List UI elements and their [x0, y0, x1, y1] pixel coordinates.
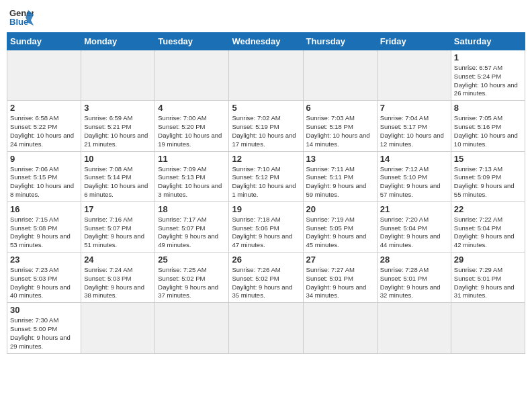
day-info: Sunrise: 7:26 AM Sunset: 5:02 PM Dayligh… [232, 266, 300, 300]
calendar-cell [303, 303, 377, 353]
calendar-cell: 10Sunrise: 7:08 AM Sunset: 5:14 PM Dayli… [81, 151, 155, 201]
calendar-cell: 5Sunrise: 7:02 AM Sunset: 5:19 PM Daylig… [229, 101, 303, 151]
day-info: Sunrise: 7:23 AM Sunset: 5:03 PM Dayligh… [10, 266, 78, 300]
day-info: Sunrise: 7:22 AM Sunset: 5:04 PM Dayligh… [454, 216, 522, 250]
calendar-cell: 2Sunrise: 6:58 AM Sunset: 5:22 PM Daylig… [7, 101, 81, 151]
day-number: 1 [454, 52, 522, 62]
week-row-4: 16Sunrise: 7:15 AM Sunset: 5:08 PM Dayli… [7, 201, 525, 252]
day-info: Sunrise: 7:13 AM Sunset: 5:09 PM Dayligh… [454, 165, 522, 199]
day-info: Sunrise: 6:57 AM Sunset: 5:24 PM Dayligh… [454, 64, 522, 98]
calendar-cell: 28Sunrise: 7:28 AM Sunset: 5:01 PM Dayli… [377, 253, 451, 303]
calendar-cell [229, 303, 303, 353]
day-info: Sunrise: 7:19 AM Sunset: 5:05 PM Dayligh… [306, 216, 374, 250]
day-info: Sunrise: 7:16 AM Sunset: 5:07 PM Dayligh… [84, 216, 152, 250]
day-number: 28 [380, 255, 448, 265]
calendar-cell [81, 303, 155, 353]
day-number: 25 [158, 255, 226, 265]
calendar-cell: 17Sunrise: 7:16 AM Sunset: 5:07 PM Dayli… [81, 201, 155, 252]
day-info: Sunrise: 7:09 AM Sunset: 5:13 PM Dayligh… [158, 165, 226, 199]
calendar-cell: 9Sunrise: 7:06 AM Sunset: 5:15 PM Daylig… [7, 151, 81, 201]
calendar-cell: 19Sunrise: 7:18 AM Sunset: 5:06 PM Dayli… [229, 201, 303, 252]
day-header-thursday: Thursday [303, 33, 377, 50]
calendar-cell [7, 50, 81, 101]
day-info: Sunrise: 7:12 AM Sunset: 5:10 PM Dayligh… [380, 165, 448, 199]
day-header-saturday: Saturday [451, 33, 525, 50]
day-number: 11 [158, 154, 226, 164]
day-info: Sunrise: 7:30 AM Sunset: 5:00 PM Dayligh… [10, 316, 78, 351]
calendar-cell: 18Sunrise: 7:17 AM Sunset: 5:07 PM Dayli… [155, 201, 229, 252]
calendar-cell [81, 50, 155, 101]
week-row-1: 1Sunrise: 6:57 AM Sunset: 5:24 PM Daylig… [7, 50, 525, 101]
day-info: Sunrise: 7:18 AM Sunset: 5:06 PM Dayligh… [232, 216, 300, 250]
day-header-sunday: Sunday [7, 33, 81, 50]
day-info: Sunrise: 7:29 AM Sunset: 5:01 PM Dayligh… [454, 266, 522, 300]
week-row-6: 30Sunrise: 7:30 AM Sunset: 5:00 PM Dayli… [7, 303, 525, 353]
day-info: Sunrise: 7:10 AM Sunset: 5:12 PM Dayligh… [232, 165, 300, 199]
calendar-cell: 15Sunrise: 7:13 AM Sunset: 5:09 PM Dayli… [451, 151, 525, 201]
calendar-cell [377, 303, 451, 353]
day-number: 27 [306, 255, 374, 265]
calendar-cell: 13Sunrise: 7:11 AM Sunset: 5:11 PM Dayli… [303, 151, 377, 201]
day-number: 20 [306, 204, 374, 214]
calendar-cell: 12Sunrise: 7:10 AM Sunset: 5:12 PM Dayli… [229, 151, 303, 201]
calendar-cell: 20Sunrise: 7:19 AM Sunset: 5:05 PM Dayli… [303, 201, 377, 252]
day-number: 22 [454, 204, 522, 214]
day-header-wednesday: Wednesday [229, 33, 303, 50]
day-info: Sunrise: 7:11 AM Sunset: 5:11 PM Dayligh… [306, 165, 374, 199]
calendar-cell: 8Sunrise: 7:05 AM Sunset: 5:16 PM Daylig… [451, 101, 525, 151]
logo-icon: General Blue [9, 7, 34, 27]
calendar-cell: 22Sunrise: 7:22 AM Sunset: 5:04 PM Dayli… [451, 201, 525, 252]
header: General Blue [7, 7, 525, 27]
day-number: 23 [10, 255, 78, 265]
day-info: Sunrise: 7:00 AM Sunset: 5:20 PM Dayligh… [158, 114, 226, 148]
day-info: Sunrise: 7:28 AM Sunset: 5:01 PM Dayligh… [380, 266, 448, 300]
svg-text:Blue: Blue [9, 17, 28, 27]
calendar-cell [155, 303, 229, 353]
day-info: Sunrise: 7:08 AM Sunset: 5:14 PM Dayligh… [84, 165, 152, 199]
day-number: 8 [454, 103, 522, 113]
calendar-cell [451, 303, 525, 353]
day-number: 29 [454, 255, 522, 265]
week-row-5: 23Sunrise: 7:23 AM Sunset: 5:03 PM Dayli… [7, 253, 525, 303]
calendar-cell: 29Sunrise: 7:29 AM Sunset: 5:01 PM Dayli… [451, 253, 525, 303]
day-number: 6 [306, 103, 374, 113]
day-number: 2 [10, 103, 78, 113]
day-info: Sunrise: 7:06 AM Sunset: 5:15 PM Dayligh… [10, 165, 78, 199]
day-info: Sunrise: 7:25 AM Sunset: 5:02 PM Dayligh… [158, 266, 226, 300]
logo: General Blue [9, 7, 34, 27]
calendar-cell: 27Sunrise: 7:27 AM Sunset: 5:01 PM Dayli… [303, 253, 377, 303]
day-number: 26 [232, 255, 300, 265]
calendar-cell: 26Sunrise: 7:26 AM Sunset: 5:02 PM Dayli… [229, 253, 303, 303]
day-header-tuesday: Tuesday [155, 33, 229, 50]
calendar-cell: 1Sunrise: 6:57 AM Sunset: 5:24 PM Daylig… [451, 50, 525, 101]
day-number: 10 [84, 154, 152, 164]
day-number: 30 [10, 305, 78, 315]
day-number: 16 [10, 204, 78, 214]
day-info: Sunrise: 6:58 AM Sunset: 5:22 PM Dayligh… [10, 114, 78, 148]
day-number: 21 [380, 204, 448, 214]
calendar-table: SundayMondayTuesdayWednesdayThursdayFrid… [7, 32, 525, 354]
day-info: Sunrise: 7:27 AM Sunset: 5:01 PM Dayligh… [306, 266, 374, 300]
day-number: 17 [84, 204, 152, 214]
day-info: Sunrise: 7:24 AM Sunset: 5:03 PM Dayligh… [84, 266, 152, 300]
calendar-cell: 16Sunrise: 7:15 AM Sunset: 5:08 PM Dayli… [7, 201, 81, 252]
calendar-cell [155, 50, 229, 101]
calendar-cell [303, 50, 377, 101]
day-info: Sunrise: 7:02 AM Sunset: 5:19 PM Dayligh… [232, 114, 300, 148]
calendar-cell [229, 50, 303, 101]
day-number: 3 [84, 103, 152, 113]
day-number: 19 [232, 204, 300, 214]
day-number: 9 [10, 154, 78, 164]
day-info: Sunrise: 7:15 AM Sunset: 5:08 PM Dayligh… [10, 216, 78, 250]
day-number: 13 [306, 154, 374, 164]
day-info: Sunrise: 7:03 AM Sunset: 5:18 PM Dayligh… [306, 114, 374, 148]
day-header-friday: Friday [377, 33, 451, 50]
calendar-cell: 4Sunrise: 7:00 AM Sunset: 5:20 PM Daylig… [155, 101, 229, 151]
calendar-cell: 30Sunrise: 7:30 AM Sunset: 5:00 PM Dayli… [7, 303, 81, 353]
day-number: 18 [158, 204, 226, 214]
day-info: Sunrise: 6:59 AM Sunset: 5:21 PM Dayligh… [84, 114, 152, 148]
day-info: Sunrise: 7:20 AM Sunset: 5:04 PM Dayligh… [380, 216, 448, 250]
calendar-cell [377, 50, 451, 101]
day-number: 14 [380, 154, 448, 164]
days-header-row: SundayMondayTuesdayWednesdayThursdayFrid… [7, 33, 525, 50]
